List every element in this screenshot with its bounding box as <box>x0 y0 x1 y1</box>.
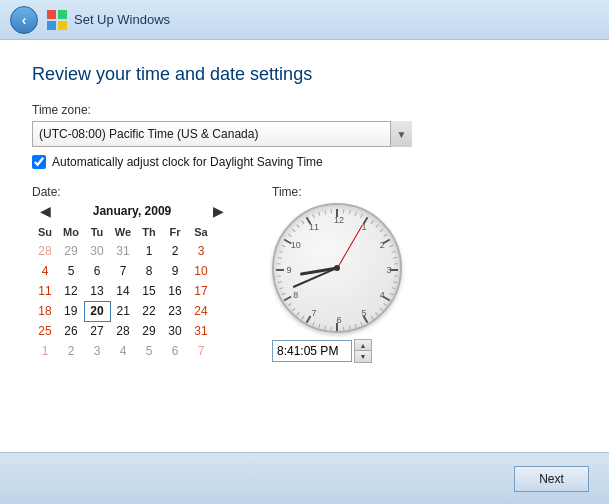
calendar-week-row: 45678910 <box>32 261 214 281</box>
calendar-day[interactable]: 16 <box>162 281 188 301</box>
calendar-week-row: 28293031123 <box>32 241 214 261</box>
calendar-day[interactable]: 12 <box>58 281 84 301</box>
dst-row: Automatically adjust clock for Daylight … <box>32 155 577 169</box>
calendar-day[interactable]: 2 <box>58 341 84 361</box>
day-header-we: We <box>110 223 136 241</box>
time-input[interactable] <box>272 340 352 362</box>
calendar-week-row: 18192021222324 <box>32 301 214 321</box>
calendar-day[interactable]: 3 <box>188 241 214 261</box>
prev-month-button[interactable]: ◀ <box>36 203 55 219</box>
calendar-day[interactable]: 8 <box>136 261 162 281</box>
svg-rect-3 <box>58 21 67 30</box>
calendar-week-row: 11121314151617 <box>32 281 214 301</box>
calendar-day[interactable]: 7 <box>188 341 214 361</box>
calendar-day[interactable]: 29 <box>58 241 84 261</box>
calendar-day[interactable]: 5 <box>58 261 84 281</box>
calendar-day[interactable]: 23 <box>162 301 188 321</box>
dst-label[interactable]: Automatically adjust clock for Daylight … <box>52 155 323 169</box>
calendar-day[interactable]: 1 <box>136 241 162 261</box>
time-input-row: ▲ ▼ <box>272 339 432 363</box>
calendar-day[interactable]: 11 <box>32 281 58 301</box>
calendar-day[interactable]: 21 <box>110 301 136 321</box>
calendar-day[interactable]: 7 <box>110 261 136 281</box>
clock-center <box>334 265 340 271</box>
title-bar: ‹ Set Up Windows <box>0 0 609 40</box>
calendar-day[interactable]: 9 <box>162 261 188 281</box>
calendar-day[interactable]: 10 <box>188 261 214 281</box>
calendar-header: ◀ January, 2009 ▶ <box>32 203 232 219</box>
dst-checkbox[interactable] <box>32 155 46 169</box>
next-month-button[interactable]: ▶ <box>209 203 228 219</box>
back-button[interactable]: ‹ <box>10 6 38 34</box>
calendar-day[interactable]: 22 <box>136 301 162 321</box>
date-time-columns: Date: ◀ January, 2009 ▶ Su Mo Tu We Th F… <box>32 185 577 363</box>
calendar-day[interactable]: 30 <box>162 321 188 341</box>
day-header-su: Su <box>32 223 58 241</box>
calendar-week-row: 1234567 <box>32 341 214 361</box>
svg-rect-2 <box>47 21 56 30</box>
clock-face: 121234567891011 <box>272 203 402 333</box>
calendar-day[interactable]: 20 <box>84 301 110 321</box>
calendar-day[interactable]: 24 <box>188 301 214 321</box>
time-section: Time: 121234567891011 ▲ ▼ <box>272 185 432 363</box>
calendar-day[interactable]: 6 <box>162 341 188 361</box>
timezone-select-wrapper[interactable]: (UTC-08:00) Pacific Time (US & Canada) ▼ <box>32 121 412 147</box>
calendar-month-year: January, 2009 <box>93 204 172 218</box>
main-content: Review your time and date settings Time … <box>0 40 609 452</box>
time-spinner: ▲ ▼ <box>354 339 372 363</box>
date-label: Date: <box>32 185 232 199</box>
calendar-day[interactable]: 17 <box>188 281 214 301</box>
day-header-mo: Mo <box>58 223 84 241</box>
calendar-section: Date: ◀ January, 2009 ▶ Su Mo Tu We Th F… <box>32 185 232 363</box>
calendar-day[interactable]: 13 <box>84 281 110 301</box>
calendar-day[interactable]: 31 <box>188 321 214 341</box>
calendar-day[interactable]: 28 <box>32 241 58 261</box>
calendar-week-row: 25262728293031 <box>32 321 214 341</box>
setup-icon <box>46 9 68 31</box>
page-title: Review your time and date settings <box>32 64 577 85</box>
day-header-sa: Sa <box>188 223 214 241</box>
day-header-tu: Tu <box>84 223 110 241</box>
title-bar-text: Set Up Windows <box>74 12 170 27</box>
calendar-day[interactable]: 6 <box>84 261 110 281</box>
calendar-day[interactable]: 4 <box>32 261 58 281</box>
calendar-day[interactable]: 27 <box>84 321 110 341</box>
calendar-day[interactable]: 18 <box>32 301 58 321</box>
calendar-day[interactable]: 5 <box>136 341 162 361</box>
timezone-label: Time zone: <box>32 103 577 117</box>
calendar-header-row: Su Mo Tu We Th Fr Sa <box>32 223 214 241</box>
day-header-th: Th <box>136 223 162 241</box>
time-label: Time: <box>272 185 432 199</box>
svg-rect-1 <box>58 10 67 19</box>
calendar-day[interactable]: 25 <box>32 321 58 341</box>
calendar-day[interactable]: 31 <box>110 241 136 261</box>
footer: Next <box>0 452 609 504</box>
calendar-day[interactable]: 14 <box>110 281 136 301</box>
calendar-day[interactable]: 19 <box>58 301 84 321</box>
calendar-table: Su Mo Tu We Th Fr Sa 2829303112345678910… <box>32 223 215 361</box>
calendar-day[interactable]: 30 <box>84 241 110 261</box>
day-header-fr: Fr <box>162 223 188 241</box>
calendar-day[interactable]: 2 <box>162 241 188 261</box>
calendar-day[interactable]: 29 <box>136 321 162 341</box>
timezone-select[interactable]: (UTC-08:00) Pacific Time (US & Canada) <box>32 121 412 147</box>
calendar-day[interactable]: 4 <box>110 341 136 361</box>
calendar-day[interactable]: 28 <box>110 321 136 341</box>
next-button[interactable]: Next <box>514 466 589 492</box>
calendar-day[interactable]: 3 <box>84 341 110 361</box>
time-up-button[interactable]: ▲ <box>355 340 371 351</box>
calendar-day[interactable]: 1 <box>32 341 58 361</box>
calendar-day[interactable]: 26 <box>58 321 84 341</box>
calendar-day[interactable]: 15 <box>136 281 162 301</box>
time-down-button[interactable]: ▼ <box>355 351 371 362</box>
svg-rect-0 <box>47 10 56 19</box>
